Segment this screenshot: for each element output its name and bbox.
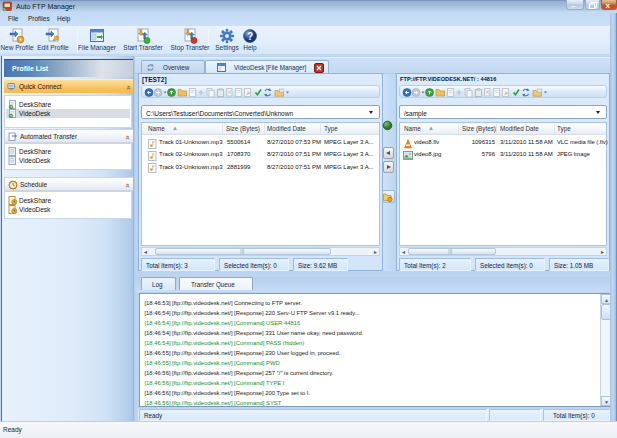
svg-text:?: ? — [247, 31, 253, 42]
